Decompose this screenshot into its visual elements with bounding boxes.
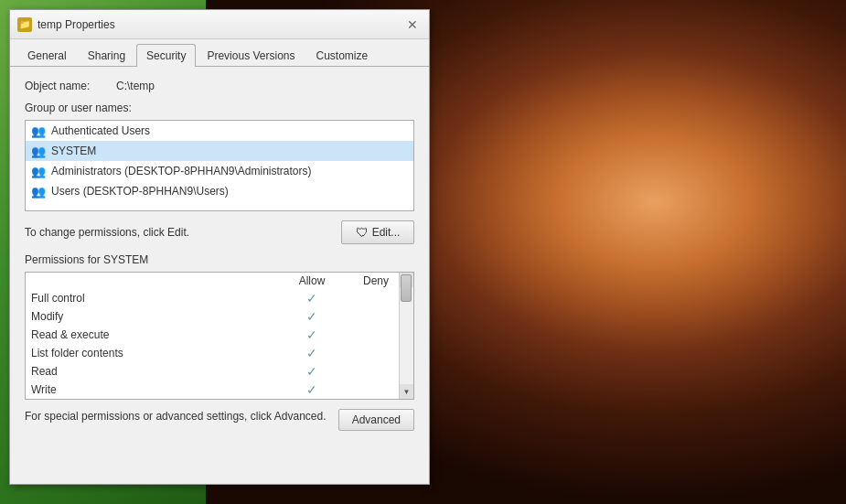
perm-name-list-folder: List folder contents [31,347,280,359]
perm-name-read: Read [31,365,280,378]
scrollbar-arrow-down[interactable]: ▼ [399,384,413,399]
perm-allow-read: ✓ [280,364,344,379]
user-icon-1: 👥 [31,123,46,138]
perm-name-modify: Modify [31,310,280,323]
shield-icon: 🛡 [356,225,369,240]
perm-name-header [31,274,280,287]
folder-icon: 📁 [17,17,32,32]
permissions-section: Permissions for SYSTEM Allow Deny Full c… [25,253,414,400]
list-item[interactable]: 👥 Users (DESKTOP-8PHHAN9\Users) [26,181,413,201]
tab-sharing[interactable]: Sharing [78,44,135,67]
permissions-list[interactable]: Full control ✓ Modify ✓ Read & execute ✓ [26,289,413,400]
perm-name-read-execute: Read & execute [31,328,280,341]
perm-row-write[interactable]: Write ✓ [26,381,413,399]
advanced-button-label: Advanced [352,413,401,426]
edit-button[interactable]: 🛡 Edit... [341,220,414,244]
list-item[interactable]: 👥 Authenticated Users [26,121,413,141]
perm-name-write: Write [31,383,280,396]
advanced-button[interactable]: Advanced [338,409,414,431]
permissions-table: Allow Deny Full control ✓ Modify ✓ [25,272,414,400]
dialog-content: Object name: C:\temp Group or user names… [10,67,429,484]
perm-name-full-control: Full control [31,292,280,305]
object-name-label: Object name: [25,80,116,92]
object-name-row: Object name: C:\temp [25,80,414,92]
bottom-row: For special permissions or advanced sett… [25,409,414,431]
perm-allow-read-execute: ✓ [280,327,344,342]
title-bar-left: 📁 temp Properties [17,17,115,32]
perm-row-read[interactable]: Read ✓ [26,362,413,381]
tab-security[interactable]: Security [136,44,196,67]
dialog-title: temp Properties [37,18,115,31]
perm-row-modify[interactable]: Modify ✓ [26,307,413,326]
tab-bar: General Sharing Security Previous Versio… [10,39,429,67]
perm-allow-modify: ✓ [280,309,344,324]
tab-general[interactable]: General [17,44,77,67]
close-button[interactable]: ✕ [403,16,422,34]
change-perms-text: To change permissions, click Edit. [25,226,189,239]
advanced-info-text: For special permissions or advanced sett… [25,409,338,424]
user-name-4: Users (DESKTOP-8PHHAN9\Users) [51,185,229,198]
user-name-1: Authenticated Users [51,124,150,137]
perm-allow-header: Allow [280,274,344,287]
title-bar: 📁 temp Properties ✕ [10,10,429,39]
edit-button-label: Edit... [372,226,401,239]
change-perms-row: To change permissions, click Edit. 🛡 Edi… [25,220,414,244]
scrollbar-track: ▲ ▼ [399,273,413,399]
perm-allow-write: ✓ [280,382,344,397]
perm-allow-full-control: ✓ [280,291,344,306]
scrollbar-thumb[interactable] [401,274,412,302]
tab-customize[interactable]: Customize [305,44,378,67]
properties-dialog: 📁 temp Properties ✕ General Sharing Secu… [9,9,430,485]
list-item-selected[interactable]: 👥 SYSTEM [26,141,413,161]
user-name-3: Administrators (DESKTOP-8PHHAN9\Administ… [51,165,312,177]
user-icon-2: 👥 [31,144,46,158]
tab-previous-versions[interactable]: Previous Versions [197,44,305,67]
object-name-value: C:\temp [116,80,155,92]
perm-allow-list-folder: ✓ [280,346,344,360]
user-name-2: SYSTEM [51,145,96,157]
group-list-wrapper: 👥 Authenticated Users 👥 SYSTEM 👥 Adminis… [25,120,414,211]
perm-row-list-folder[interactable]: List folder contents ✓ [26,344,413,362]
group-names-label: Group or user names: [25,102,414,114]
permissions-label: Permissions for SYSTEM [25,253,414,266]
user-icon-3: 👥 [31,164,46,178]
perm-row-full-control[interactable]: Full control ✓ [26,289,413,307]
perm-row-read-execute[interactable]: Read & execute ✓ [26,326,413,344]
user-list[interactable]: 👥 Authenticated Users 👥 SYSTEM 👥 Adminis… [25,120,414,211]
user-icon-4: 👥 [31,184,46,198]
list-item[interactable]: 👥 Administrators (DESKTOP-8PHHAN9\Admini… [26,161,413,181]
permissions-header: Allow Deny [26,273,413,289]
